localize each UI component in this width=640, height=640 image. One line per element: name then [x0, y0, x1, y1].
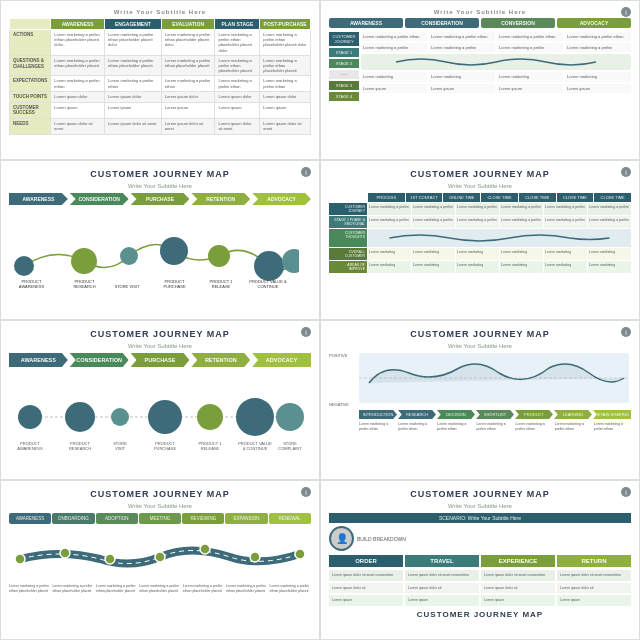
content-row-3: Lorem marketing Lorem marketing Lorem ma…	[361, 72, 631, 81]
svg-point-33	[105, 554, 115, 564]
cell: Lorem marketing a prelim	[497, 43, 563, 52]
content-cell-8-9: Lorem ipsum	[329, 595, 403, 606]
info-icon-8[interactable]: i	[621, 487, 631, 497]
cell: Lorem marketing	[456, 248, 499, 260]
header-evaluation: EVALUATION	[161, 19, 215, 30]
cell: Lorem ipsum	[565, 84, 631, 93]
left-labels: CUSTOMER JOURNEY STAGE 1 STAGE 2 ~~~ STA…	[329, 32, 359, 101]
phase-purchase: PURCHASE	[131, 193, 190, 205]
bottom-cell-6-3: Lorem marketing a prelim ethan	[437, 422, 474, 431]
phase-7-2: ONBOARDING	[52, 513, 94, 524]
phase-advocacy: ADVOCACY	[252, 193, 311, 205]
phase-7-4: MEETING	[139, 513, 181, 524]
row-actions: ACTIONS	[10, 30, 51, 56]
road-area	[9, 529, 311, 584]
corner-space	[329, 193, 367, 202]
svg-point-31	[15, 554, 25, 564]
phases-row-7: AWARENESS ONBOARDING ADOPTION MEETING RE…	[9, 513, 311, 524]
slide-8-subtitle: Write Your Subtitle Here	[329, 503, 631, 509]
cell: Lorem marketing a prelim	[368, 216, 411, 228]
content-row-4: Lorem ipsum Lorem ipsum Lorem ipsum Lore…	[361, 84, 631, 93]
slide-5-title: CUSTOMER JOURNEY MAP	[9, 329, 311, 339]
dot-label-6: PRODUCT VALUE & CONTINUE	[249, 279, 287, 289]
row-header-3: OVERALL CUSTOMER	[329, 248, 367, 260]
cell: Lorem ipsum	[497, 84, 563, 93]
slide-1: Write Your Subtitle Here AWARENESS ENGAG…	[0, 0, 320, 160]
big-title: CUSTOMER JOURNEY MAP	[329, 610, 631, 619]
data-row-2: STAGE 1 PHASE & EMOTIONAL Lorem marketin…	[329, 216, 631, 228]
bottom-cells-7: Lorem marketing a prelim ethan placehold…	[9, 584, 311, 593]
bottom-cell-6-5: Lorem marketing a prelim ethan	[516, 422, 553, 431]
cell: Lorem marketing a prelim	[368, 203, 411, 215]
cell: Lorem marketing a prelim	[429, 43, 495, 52]
cell: Lorem ipsum dolor	[260, 91, 311, 102]
cell: Lorem marketing a prelim ethan	[565, 32, 631, 41]
cell: Lorem marketing	[588, 261, 631, 273]
info-icon[interactable]: i	[621, 7, 631, 17]
btm-cell-7-2: Lorem marketing a prelim ethan placehold…	[52, 584, 93, 593]
cell: Lorem marketing a prelim ethan placehold…	[215, 55, 260, 76]
header-engagement: ENGAGEMENT	[105, 19, 162, 30]
cell: Lorem ipsum	[51, 102, 105, 119]
phase-headers-8: ORDER TRAVEL EXPERIENCE RETURN	[329, 555, 631, 567]
stage-consideration: CONSIDERATION	[405, 18, 479, 28]
phase-6-5: PRODUCT	[515, 410, 553, 419]
slide-6: CUSTOMER JOURNEY MAP Write Your Subtitle…	[320, 320, 640, 480]
info-icon-6[interactable]: i	[621, 327, 631, 337]
phase-5-purchase: PURCHASE	[131, 353, 190, 367]
svg-text:PURCHASE: PURCHASE	[154, 446, 177, 451]
cell: Lorem ipsum dolor	[215, 91, 260, 102]
label-customer: CUSTOMER JOURNEY	[329, 32, 359, 46]
data-row-1: CUSTOMER JOURNEY Lorem marketing a preli…	[329, 203, 631, 215]
phase-6-7: RETAIN SHARING	[593, 410, 631, 419]
svg-text:RESEARCH: RESEARCH	[69, 446, 91, 451]
cells-4: Lorem marketing Lorem marketing Lorem ma…	[368, 261, 631, 273]
content-grid-8: Lorem ipsum dolor sit amet consectetur L…	[329, 570, 631, 606]
cell: Lorem marketing	[565, 72, 631, 81]
cell: Lorem marketing a prelim	[456, 203, 499, 215]
content-cell-8-7: Lorem ipsum dolor sit	[481, 583, 555, 594]
data-row-wave: CUSTOMER THOUGHTS	[329, 229, 631, 247]
label-wave: ~~~	[329, 70, 359, 79]
svg-point-34	[155, 552, 165, 562]
row-expectations: EXPECTATIONS	[10, 76, 51, 91]
cell: Lorem marketing a prelim ethan	[260, 76, 311, 91]
info-icon-3[interactable]: i	[301, 167, 311, 177]
row-success: CUSTOMER SUCCESS	[10, 102, 51, 119]
cell: Lorem marketing a prelim ethan placehold…	[161, 30, 215, 56]
circles-svg: PRODUCT AWARENESS PRODUCT RESEARCH STORE…	[9, 375, 311, 460]
col-headers: PROCESS 1ST CONTACT ONLINE TIME CLOSE TI…	[368, 193, 631, 202]
phase-7-7: RENEWAL	[269, 513, 311, 524]
phases-row-3: AWARENESS CONSIDERATION PURCHASE RETENTI…	[9, 193, 311, 205]
phases-row-5: AWARENESS CONSIDERATION PURCHASE RETENTI…	[9, 353, 311, 367]
svg-point-32	[60, 548, 70, 558]
info-icon-5[interactable]: i	[301, 327, 311, 337]
svg-point-13	[236, 398, 274, 436]
col-1st: 1ST CONTACT	[406, 193, 443, 202]
info-icon-7[interactable]: i	[301, 487, 311, 497]
cells-1: Lorem marketing a prelim Lorem marketing…	[368, 203, 631, 215]
slide-7-subtitle: Write Your Subtitle Here	[9, 503, 311, 509]
cell: Lorem marketing a prelim	[500, 216, 543, 228]
bottom-cell-6-4: Lorem marketing a prelim ethan	[476, 422, 513, 431]
cell: Lorem marketing a prelim ethan	[161, 76, 215, 91]
slide-7: CUSTOMER JOURNEY MAP Write Your Subtitle…	[0, 480, 320, 640]
cell: Lorem marketing a prelim	[500, 203, 543, 215]
info-icon-4[interactable]: i	[621, 167, 631, 177]
label-stage4: STAGE 4	[329, 92, 359, 101]
phase-5-consideration: CONSIDERATION	[70, 353, 129, 367]
row-needs: NEEDS	[10, 119, 51, 134]
content-row-1: Lorem marketing a prelim ethan Lorem mar…	[361, 32, 631, 41]
header-plan: PLAN STAGE	[215, 19, 260, 30]
data-row-3: OVERALL CUSTOMER Lorem marketing Lorem m…	[329, 248, 631, 260]
slide-grid: Write Your Subtitle Here AWARENESS ENGAG…	[0, 0, 640, 640]
svg-point-8	[18, 405, 42, 429]
svg-text:VISIT: VISIT	[115, 446, 126, 451]
content-cell-8-4: Lorem ipsum dolor sit amet consectetur	[557, 570, 631, 581]
phase-5-retention: RETENTION	[191, 353, 250, 367]
svg-point-4	[208, 245, 230, 267]
row-questions: QUESTIONS & CHALLENGES	[10, 55, 51, 76]
btm-cell-7-1: Lorem marketing a prelim ethan placehold…	[9, 584, 50, 593]
dot-label-2: PRODUCT RESEARCH	[67, 279, 102, 289]
phase-consideration: CONSIDERATION	[70, 193, 129, 205]
